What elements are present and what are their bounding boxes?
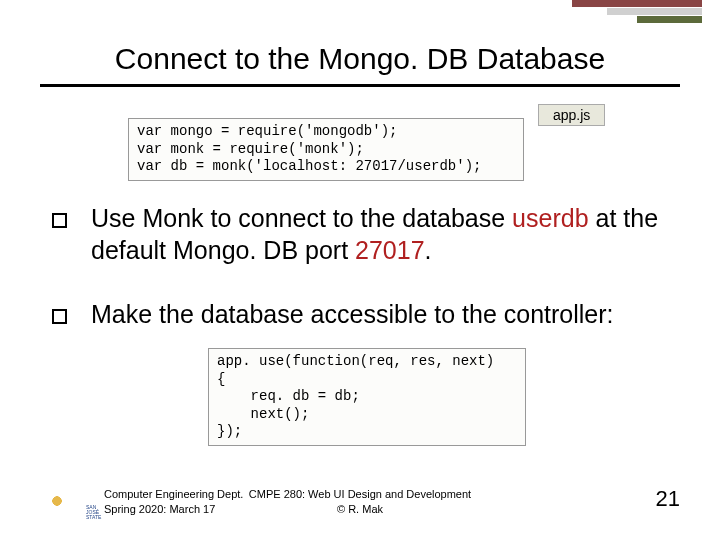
bullet-text: Make the database accessible to the cont… — [91, 298, 680, 330]
footer-course: CMPE 280: Web UI Design and Development — [0, 487, 720, 501]
corner-decoration — [572, 0, 702, 24]
page-title: Connect to the Mongo. DB Database — [0, 42, 720, 76]
slide-footer: SAN JOSÉ STATE Computer Engineering Dept… — [0, 482, 720, 522]
footer-copyright: © R. Mak — [0, 502, 720, 516]
deco-bar — [572, 0, 702, 7]
text-highlight-userdb: userdb — [512, 204, 588, 232]
bullet-icon — [52, 213, 67, 228]
bullet-text: Use Monk to connect to the database user… — [91, 202, 680, 266]
code-filename-label: app.js — [538, 104, 605, 126]
deco-bar — [637, 16, 702, 23]
text-highlight-port: 27017 — [355, 236, 425, 264]
text-part: Use Monk to connect to the database — [91, 204, 512, 232]
page-number: 21 — [656, 486, 680, 512]
deco-bar — [607, 8, 702, 15]
code-block-require: var mongo = require('mongodb'); var monk… — [128, 118, 524, 181]
bullet-icon — [52, 309, 67, 324]
code-block-middleware: app. use(function(req, res, next) { req.… — [208, 348, 526, 446]
text-part: . — [425, 236, 432, 264]
footer-center: CMPE 280: Web UI Design and Development … — [0, 487, 720, 516]
bullet-item: Use Monk to connect to the database user… — [52, 202, 680, 292]
title-underline — [40, 84, 680, 87]
